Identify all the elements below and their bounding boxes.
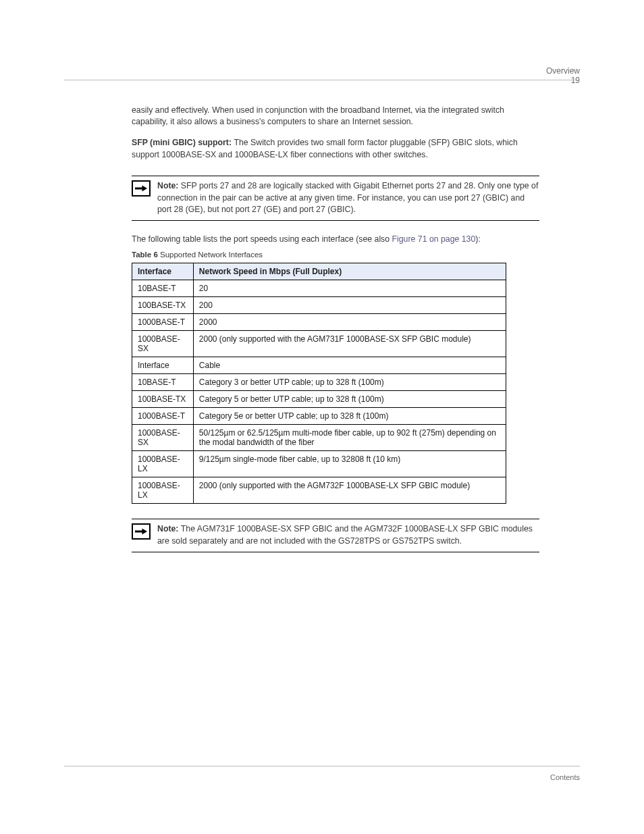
table-intro-pre: The following table lists the port speed… xyxy=(132,234,392,244)
content-area: easily and effectively. When used in con… xyxy=(132,105,539,566)
header-rule xyxy=(64,80,580,80)
header-title: Overview xyxy=(546,66,580,76)
table-caption: Table 6 Supported Network Interfaces xyxy=(132,251,539,259)
note-label-2: Note: xyxy=(157,524,181,533)
table-row: 1000BASE-LX9/125µm single-mode fiber cab… xyxy=(132,451,506,477)
paragraph-continuation: easily and effectively. When used in con… xyxy=(132,105,539,128)
paragraph-sfp-lead: SFP (mini GBIC) support: xyxy=(132,138,234,147)
note2-rule-top xyxy=(132,519,539,519)
note-block-1: Note: SFP ports 27 and 28 are logically … xyxy=(132,180,539,216)
table-row: 10BASE-TCategory 3 or better UTP cable; … xyxy=(132,374,506,391)
table-header-speed: Network Speed in Mbps (Full Duplex) xyxy=(193,263,506,280)
note-text-1: Note: SFP ports 27 and 28 are logically … xyxy=(157,180,539,216)
table-cell: 1000BASE-T xyxy=(132,408,194,425)
table-intro-xref[interactable]: Figure 71 on page 130 xyxy=(392,234,476,244)
table-caption-label: Table 6 xyxy=(132,251,160,259)
table-caption-text: Supported Network Interfaces xyxy=(160,251,263,259)
table-cell: 100BASE-TX xyxy=(132,297,194,314)
table-cell: Interface xyxy=(132,357,194,374)
table-cell: 2000 xyxy=(193,314,506,331)
interfaces-table: Interface Network Speed in Mbps (Full Du… xyxy=(132,263,506,504)
arrow-right-icon xyxy=(132,180,151,197)
table-row: 1000BASE-SX50/125µm or 62.5/125µm multi-… xyxy=(132,425,506,451)
table-cell: 100BASE-TX xyxy=(132,391,194,408)
table-row: 10BASE-T20 xyxy=(132,280,506,297)
table-cell: 1000BASE-SX xyxy=(132,331,194,357)
table-row: 100BASE-TX200 xyxy=(132,297,506,314)
note-text-2: Note: The AGM731F 1000BASE-SX SFP GBIC a… xyxy=(157,523,539,548)
table-cell: 1000BASE-SX xyxy=(132,425,194,451)
table-cell: Category 5 or better UTP cable; up to 32… xyxy=(193,391,506,408)
header-page-number: 19 xyxy=(546,76,580,85)
table-row: 1000BASE-T2000 xyxy=(132,314,506,331)
footer-rule xyxy=(64,766,580,766)
note-block-2: Note: The AGM731F 1000BASE-SX SFP GBIC a… xyxy=(132,523,539,548)
note-rule-bottom xyxy=(132,220,539,221)
table-intro: The following table lists the port speed… xyxy=(132,234,539,244)
table-cell: 1000BASE-LX xyxy=(132,477,194,504)
table-cell: Category 5e or better UTP cable; up to 3… xyxy=(193,408,506,425)
table-cell: Cable xyxy=(193,357,506,374)
table-cell: Category 3 or better UTP cable; up to 32… xyxy=(193,374,506,391)
table-cell: 10BASE-T xyxy=(132,280,194,297)
note-rule-top xyxy=(132,176,539,176)
note-label-1: Note: xyxy=(157,181,181,190)
table-row: 1000BASE-LX2000 (only supported with the… xyxy=(132,477,506,504)
note-body-1: SFP ports 27 and 28 are logically stacke… xyxy=(157,181,538,215)
table-cell: 50/125µm or 62.5/125µm multi-mode fiber … xyxy=(193,425,506,451)
page-header: Overview 19 xyxy=(546,66,580,85)
table-cell: 10BASE-T xyxy=(132,374,194,391)
table-header-row: Interface Network Speed in Mbps (Full Du… xyxy=(132,263,506,280)
table-cell: 200 xyxy=(193,297,506,314)
table-cell: 20 xyxy=(193,280,506,297)
note2-rule-bottom xyxy=(132,552,539,552)
table-row: InterfaceCable xyxy=(132,357,506,374)
arrow-right-icon xyxy=(132,523,151,540)
footer-text: Contents xyxy=(550,773,580,781)
table-row: 1000BASE-TCategory 5e or better UTP cabl… xyxy=(132,408,506,425)
table-cell: 1000BASE-LX xyxy=(132,451,194,477)
table-cell: 2000 (only supported with the AGM732F 10… xyxy=(193,477,506,504)
note-body-2: The AGM731F 1000BASE-SX SFP GBIC and the… xyxy=(157,524,533,546)
table-cell: 1000BASE-T xyxy=(132,314,194,331)
paragraph-sfp: SFP (mini GBIC) support: The Switch prov… xyxy=(132,137,539,160)
table-intro-post: ): xyxy=(475,234,481,244)
table-row: 100BASE-TXCategory 5 or better UTP cable… xyxy=(132,391,506,408)
table-cell: 9/125µm single-mode fiber cable, up to 3… xyxy=(193,451,506,477)
table-row: 1000BASE-SX2000 (only supported with the… xyxy=(132,331,506,357)
table-cell: 2000 (only supported with the AGM731F 10… xyxy=(193,331,506,357)
table-header-interface: Interface xyxy=(132,263,194,280)
